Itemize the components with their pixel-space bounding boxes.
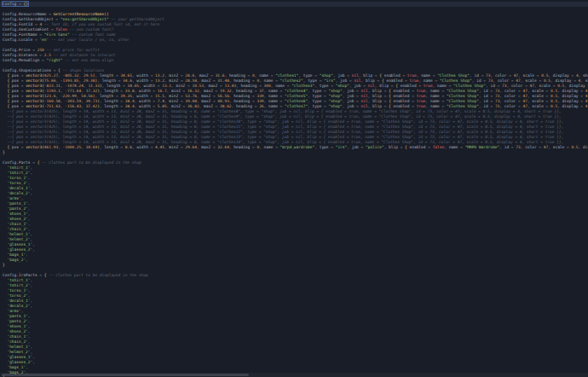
selection-highlight: Config = {} bbox=[3, 2, 28, 6]
horizontal-scrollbar-thumb[interactable] bbox=[2, 374, 249, 376]
code-area: Config = {} Config.ResourceName = GetCur… bbox=[3, 2, 588, 377]
horizontal-scrollbar[interactable] bbox=[0, 373, 588, 377]
code-editor: Config = {} Config.ResourceName = GetCur… bbox=[0, 0, 588, 377]
code-line[interactable]: { pos = vector3(461.93, -1000.25, 30.69)… bbox=[3, 145, 588, 150]
